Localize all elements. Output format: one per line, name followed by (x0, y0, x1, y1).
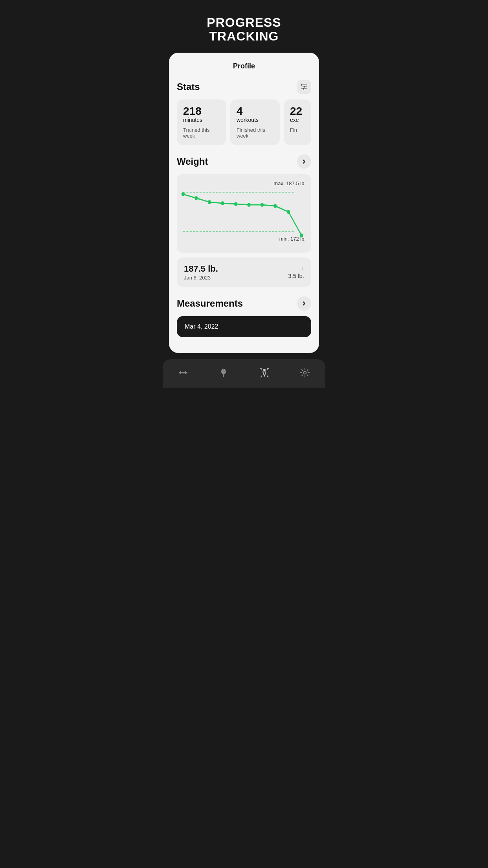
nav-item-settings[interactable] (293, 366, 317, 380)
measurements-title: Measurements (177, 298, 243, 309)
weight-current-value: 187.5 lb. (184, 264, 218, 274)
stat-number-workouts: 4 (237, 106, 273, 117)
measurements-date-card[interactable]: Mar 4, 2022 (177, 316, 311, 337)
weight-section: Weight (177, 154, 311, 287)
stat-number-exercises: 22 (290, 106, 305, 117)
stat-desc-minutes: Trained this week (183, 127, 220, 139)
filter-button[interactable] (297, 80, 311, 94)
measurements-section-header: Measurements (177, 296, 311, 311)
stat-card-workouts: 4 workouts Finished this week (230, 99, 280, 145)
measurements-nav-arrow[interactable] (297, 296, 311, 311)
svg-point-11 (221, 201, 224, 205)
stat-card-minutes: 218 minutes Trained this week (177, 99, 226, 145)
svg-point-24 (304, 371, 306, 374)
app-title: PROGRESS TRACKING (163, 0, 325, 53)
svg-rect-21 (185, 371, 186, 374)
stat-desc-exercises: Fin (290, 127, 305, 133)
dumbbell-icon (178, 367, 189, 378)
stat-card-exercises: 22 exe Fin (284, 99, 311, 145)
phone-wrapper: PROGRESS TRACKING Profile Stats (163, 0, 325, 388)
nav-item-workout[interactable] (171, 366, 195, 380)
nav-item-nutrition[interactable] (212, 366, 235, 380)
nav-item-progress[interactable] (253, 366, 276, 380)
chart-min-label: min. 172 lb. (279, 236, 306, 242)
bottom-nav (163, 359, 325, 388)
svg-point-3 (301, 85, 302, 86)
svg-point-14 (261, 203, 264, 207)
svg-point-12 (234, 202, 237, 206)
stats-section-header: Stats (177, 80, 311, 94)
weight-nav-arrow[interactable] (297, 154, 311, 169)
weight-section-header: Weight (177, 154, 311, 169)
measurements-section: Measurements Mar 4, 2022 (177, 296, 311, 337)
svg-point-16 (287, 210, 290, 214)
content-card: Profile Stats 218 minutes Trained this (169, 53, 319, 353)
weight-up-arrow: ↑ (301, 265, 304, 272)
stat-unit-workouts: workouts (237, 117, 273, 123)
weight-chart: max. 187.5 lb. min. 172 lb. (177, 174, 311, 253)
weight-left: 187.5 lb. Jan 6, 2023 (184, 264, 218, 281)
weight-info-card: 187.5 lb. Jan 6, 2023 ↑ 3.5 lb. (177, 257, 311, 287)
svg-point-9 (194, 196, 198, 200)
svg-point-5 (303, 88, 304, 90)
weight-change-value: 3.5 lb. (288, 272, 304, 279)
progress-icon (259, 367, 270, 378)
svg-point-4 (304, 86, 305, 88)
svg-point-15 (273, 204, 277, 208)
stat-unit-minutes: minutes (183, 117, 220, 123)
weight-change: ↑ 3.5 lb. (288, 265, 304, 279)
nutrition-icon (218, 367, 229, 378)
chart-max-label: max. 187.5 lb. (273, 180, 306, 186)
stat-unit-exercises: exe (290, 117, 305, 123)
stat-desc-workouts: Finished this week (237, 127, 273, 139)
weight-current-date: Jan 6, 2023 (184, 275, 218, 281)
svg-point-13 (247, 203, 250, 207)
svg-point-10 (208, 200, 211, 204)
profile-title: Profile (177, 62, 311, 70)
weight-title: Weight (177, 156, 208, 167)
svg-point-8 (182, 192, 185, 196)
svg-point-23 (263, 369, 266, 371)
stats-title: Stats (177, 81, 200, 92)
svg-rect-22 (181, 372, 185, 373)
stats-row: 218 minutes Trained this week 4 workouts… (177, 99, 311, 145)
svg-rect-20 (180, 371, 181, 374)
stat-number-minutes: 218 (183, 106, 220, 117)
settings-icon (299, 367, 310, 378)
